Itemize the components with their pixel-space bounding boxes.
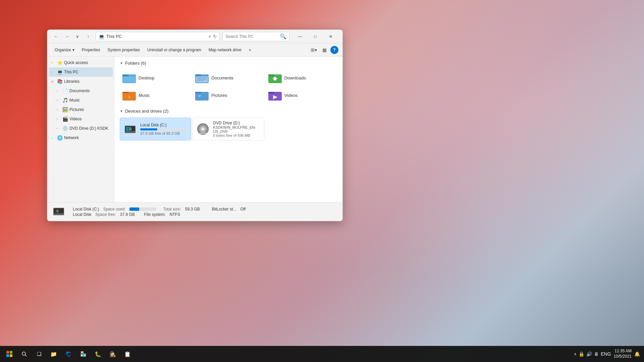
organize-button[interactable]: Organize ▾ xyxy=(51,45,78,55)
documents-label: Documents xyxy=(69,88,90,93)
drive-local-disk[interactable]: Local Disk (C:) 37.9 GB free of 59.3 GB xyxy=(120,118,191,140)
statusbar: Local Disk (C:) Space used: Total size: … xyxy=(47,202,342,221)
address-icon: 💻 xyxy=(99,34,104,39)
help-button[interactable]: ? xyxy=(330,46,338,54)
drives-collapse-icon[interactable]: ▼ xyxy=(120,109,123,113)
back-button[interactable]: ← xyxy=(51,32,61,41)
taskbar-clock[interactable]: 11:35 AM 10/5/2021 xyxy=(614,349,632,359)
quick-access-label: Quick access xyxy=(64,60,88,65)
search-icon[interactable]: 🔍 xyxy=(280,33,286,40)
downloads-folder-label: Downloads xyxy=(284,75,306,80)
svg-rect-36 xyxy=(130,129,131,130)
file-explorer-taskbar-button[interactable]: 📁 xyxy=(47,347,60,361)
dvd-drive-info: DVD Drive (D:) KSDKWIN_MULFRE_EN-US_DV9 … xyxy=(213,121,260,137)
language-label[interactable]: ENG xyxy=(601,351,611,357)
svg-rect-50 xyxy=(6,354,9,357)
folder-music[interactable]: ♪ Music xyxy=(120,87,191,103)
up-button[interactable]: ↑ xyxy=(84,32,93,41)
videos-label: Videos xyxy=(69,117,82,121)
libraries-chevron: ∨ xyxy=(51,80,55,83)
dropdown-button[interactable]: ∨ xyxy=(73,32,82,41)
sidebar-item-videos[interactable]: › 🎬 Videos xyxy=(49,114,113,124)
close-button[interactable]: ✕ xyxy=(323,31,338,42)
svg-point-39 xyxy=(202,128,204,130)
sidebar-item-pictures[interactable]: › 🖼️ Pictures xyxy=(49,105,113,114)
titlebar: ← → ∨ ↑ 💻 This PC ∨ ↻ 🔍 — □ ✕ xyxy=(47,30,342,43)
svg-rect-9 xyxy=(197,80,204,81)
sidebar-item-network[interactable]: › 🌐 Network xyxy=(49,133,113,142)
taskbar-icon-bug[interactable]: 🐛 xyxy=(91,347,105,361)
volume-icon[interactable]: 🔊 xyxy=(586,351,592,357)
address-refresh-button[interactable]: ↻ xyxy=(213,34,217,39)
maximize-button[interactable]: □ xyxy=(308,31,323,42)
this-pc-label: This PC xyxy=(64,70,78,74)
folders-section-title: Folders (6) xyxy=(125,61,146,66)
window-controls: — □ ✕ xyxy=(292,31,338,42)
sidebar-item-documents[interactable]: › 📄 Documents xyxy=(49,86,113,96)
drive-dvd[interactable]: DVD-ROM DVD Drive (D:) KSDKWIN_MULFRE_EN… xyxy=(193,118,264,140)
folder-documents[interactable]: Documents xyxy=(193,70,264,86)
svg-rect-44 xyxy=(57,210,58,211)
taskbar-start-area: ❑ 📁 🏪 🐛 🕵️ 📋 xyxy=(0,347,137,361)
address-text: This PC xyxy=(106,34,206,39)
layout-button[interactable]: ▦ xyxy=(320,45,329,55)
system-properties-button[interactable]: System properties xyxy=(104,45,143,55)
more-button[interactable]: » xyxy=(246,45,255,55)
toolbar-right: ⊞ ▾ ▦ ? xyxy=(309,45,338,55)
statusbar-details: Local Disk (C:) Space used: Total size: … xyxy=(73,207,246,217)
sidebar-item-dvd[interactable]: › 💿 DVD Drive (D:) KSDK xyxy=(49,124,113,133)
statusbar-drive-label1: Local Disk (C:) xyxy=(73,207,99,212)
search-bar[interactable]: 🔍 xyxy=(222,32,289,41)
statusbar-total-size-label: Total size: xyxy=(163,207,181,212)
view-button[interactable]: ⊞ ▾ xyxy=(309,45,318,55)
address-bar[interactable]: 💻 This PC ∨ ↻ xyxy=(96,32,220,41)
dvd-drive-label: KSDKWIN_MULFRE_EN-US_DV9 xyxy=(213,125,260,133)
folder-downloads[interactable]: Downloads xyxy=(266,70,337,86)
svg-marker-4 xyxy=(122,74,128,76)
downloads-folder-icon xyxy=(268,72,282,84)
taskbar-icon-notes[interactable]: 📋 xyxy=(121,347,134,361)
edge-button[interactable] xyxy=(62,347,75,361)
statusbar-fs-val: NTFS xyxy=(170,212,180,217)
main-area: › ⭐ Quick access › 💻 This PC ∨ 📚 Librari… xyxy=(47,57,342,202)
music-icon: 🎵 xyxy=(62,98,68,103)
start-button[interactable] xyxy=(3,347,16,361)
folder-desktop[interactable]: Desktop xyxy=(120,70,191,86)
folders-collapse-icon[interactable]: ▼ xyxy=(120,61,123,65)
notification-chevron-icon[interactable]: ∧ xyxy=(574,352,577,356)
folder-pictures[interactable]: Pictures xyxy=(193,87,264,103)
sidebar-item-this-pc[interactable]: › 💻 This PC xyxy=(49,67,113,77)
music-chevron: › xyxy=(57,99,61,102)
dvd-icon: 💿 xyxy=(62,126,68,131)
forward-button[interactable]: → xyxy=(62,32,71,41)
svg-marker-10 xyxy=(195,74,201,76)
properties-button[interactable]: Properties xyxy=(78,45,104,55)
folders-section-header: ▼ Folders (6) xyxy=(120,61,337,66)
task-view-button[interactable]: ❑ xyxy=(32,347,46,361)
network-icon: 🌐 xyxy=(57,135,63,140)
folder-videos[interactable]: Videos xyxy=(266,87,337,103)
taskbar-icon-spy[interactable]: 🕵️ xyxy=(106,347,119,361)
file-explorer-window: ← → ∨ ↑ 💻 This PC ∨ ↻ 🔍 — □ ✕ xyxy=(47,29,343,221)
display-icon[interactable]: 🖥 xyxy=(594,351,599,357)
minimize-button[interactable]: — xyxy=(292,31,308,42)
svg-rect-45 xyxy=(56,211,57,212)
sidebar-item-music[interactable]: › 🎵 Music xyxy=(49,96,113,105)
map-network-button[interactable]: Map network drive xyxy=(205,45,245,55)
music-folder-label: Music xyxy=(139,93,150,98)
sidebar-item-libraries[interactable]: ∨ 📚 Libraries xyxy=(49,77,113,86)
address-dropdown-arrow[interactable]: ∨ xyxy=(208,34,211,39)
sidebar-item-quick-access[interactable]: › ⭐ Quick access xyxy=(49,58,113,67)
svg-rect-43 xyxy=(56,210,57,211)
search-input[interactable] xyxy=(225,34,278,39)
uninstall-button[interactable]: Uninstall or change a program xyxy=(144,45,205,55)
search-button[interactable] xyxy=(17,347,31,361)
store-button[interactable]: 🏪 xyxy=(76,347,90,361)
taskbar-sys-icons: ∧ 🔒 🔊 🖥 ENG xyxy=(574,351,611,357)
quick-access-icon: ⭐ xyxy=(57,60,63,65)
svg-marker-24 xyxy=(268,92,274,93)
svg-rect-34 xyxy=(130,128,131,129)
svg-text:DVD-ROM: DVD-ROM xyxy=(200,132,208,134)
notification-bell-icon[interactable]: 🔔 xyxy=(634,351,640,357)
music-label: Music xyxy=(69,98,80,103)
